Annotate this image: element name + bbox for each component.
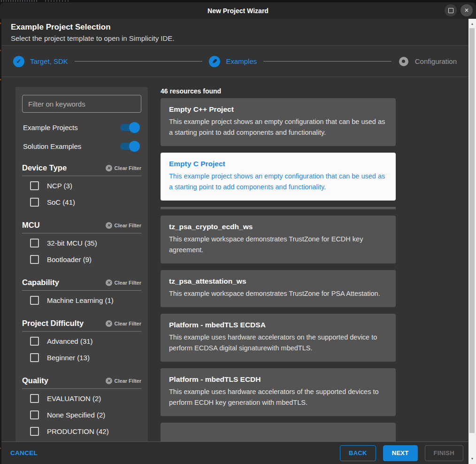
checkbox[interactable]: [30, 255, 39, 264]
filter-option-soc[interactable]: SoC (41): [22, 194, 141, 210]
card-empty-c-project[interactable]: Empty C Project This example project sho…: [161, 153, 396, 201]
background-app-artifact: [45, 0, 69, 2]
background-app-artifact: [1, 0, 38, 2]
filter-section-title: Capability: [22, 278, 59, 287]
checkbox[interactable]: [30, 337, 39, 346]
filter-option-none-specified[interactable]: None Specified (2): [22, 407, 141, 423]
new-project-wizard-dialog: Example Project Selection Select the pro…: [1, 19, 468, 464]
filter-option-machine-learning[interactable]: Machine Learning (1): [22, 292, 141, 309]
step-configuration-label: Configuration: [415, 57, 457, 65]
checkbox[interactable]: [30, 427, 39, 436]
stepper-connector: [263, 61, 392, 62]
filter-option-advanced[interactable]: Advanced (31): [22, 333, 141, 349]
clear-filter-button[interactable]: ✕ Clear Filter: [106, 165, 141, 171]
card-title: tz_psa_crypto_ecdh_ws: [169, 223, 387, 231]
step-target-sdk-label: Target, SDK: [30, 57, 68, 65]
card-title: tz_psa_attestation_ws: [169, 277, 387, 286]
clear-filter-label: Clear Filter: [115, 280, 141, 286]
toggle-switch-on-icon[interactable]: [120, 124, 137, 131]
clear-filter-button[interactable]: ✕ Clear Filter: [106, 279, 141, 286]
titlebar: New Project Wizard ✕: [0, 2, 476, 19]
stepper-connector: [75, 61, 203, 62]
page-subtitle: Select the project template to open in S…: [11, 34, 468, 42]
step-examples-label: Examples: [226, 57, 257, 65]
filter-section-project-difficulty: Project Difficulty ✕ Clear Filter Advanc…: [22, 319, 141, 366]
card-title: Empty C++ Project: [169, 105, 387, 114]
dot-glyph: [402, 60, 405, 63]
cancel-button[interactable]: CANCEL: [10, 449, 38, 456]
card-description: This example project shows an empty conf…: [169, 116, 387, 138]
card-empty-cpp-project[interactable]: Empty C++ Project This example project s…: [161, 98, 396, 146]
clear-filter-button[interactable]: ✕ Clear Filter: [106, 222, 141, 229]
card-title: Platform - mbedTLS ECDH: [169, 375, 387, 384]
checkbox[interactable]: [30, 353, 39, 362]
filter-section-title: Project Difficulty: [22, 319, 84, 328]
card-title: Platform - mbedTLS ECDSA: [169, 321, 387, 329]
card-platform-mbedtls-ecdsa[interactable]: Platform - mbedTLS ECDSA This example us…: [161, 314, 396, 362]
pencil-glyph: ✎: [212, 58, 217, 65]
checkbox[interactable]: [30, 296, 39, 305]
card-platform-mbedtls-ecdh[interactable]: Platform - mbedTLS ECDH This example use…: [161, 368, 396, 416]
toggle-example-projects-label: Example Projects: [23, 124, 78, 131]
scrollbar[interactable]: ▲ ▼: [468, 19, 476, 464]
step-configuration[interactable]: Configuration: [398, 57, 457, 66]
clear-icon: ✕: [106, 320, 112, 327]
toggle-knob: [129, 141, 140, 152]
check-glyph: ✓: [16, 58, 22, 65]
checkbox[interactable]: [30, 394, 39, 403]
filter-option-production[interactable]: PRODUCTION (42): [22, 423, 141, 440]
scroll-up-icon[interactable]: ▲: [468, 22, 476, 26]
card-partially-visible[interactable]: [161, 423, 396, 441]
filter-section-quality: Quality ✕ Clear Filter EVALUATION (2) No…: [22, 376, 141, 440]
window-controls: ✕: [445, 4, 473, 16]
clear-filter-label: Clear Filter: [115, 223, 141, 228]
clear-filter-button[interactable]: ✕ Clear Filter: [106, 320, 141, 327]
filter-section-mcu: MCU ✕ Clear Filter 32-bit MCU (35) Bootl…: [22, 221, 141, 268]
toggle-solution-examples[interactable]: Solution Examples: [22, 139, 141, 153]
scrollbar-thumb[interactable]: [469, 28, 475, 433]
card-description: This example uses hardware accelerators …: [169, 332, 387, 354]
clear-filter-label: Clear Filter: [115, 165, 141, 171]
radio-dot-icon: [399, 57, 408, 66]
card-tz-psa-crypto-ecdh-ws[interactable]: tz_psa_crypto_ecdh_ws This example works…: [161, 216, 396, 263]
wizard-header: Example Project Selection Select the pro…: [1, 19, 468, 46]
wizard-content: Example Projects Solution Examples Devic…: [1, 77, 468, 441]
close-button[interactable]: ✕: [461, 4, 473, 16]
card-title: Empty C Project: [169, 160, 387, 168]
wizard-stepper: ✓ Target, SDK ✎ Examples Configuration: [1, 46, 468, 77]
maximize-button[interactable]: [445, 4, 457, 16]
maximize-icon: [448, 8, 453, 13]
scroll-down-icon[interactable]: ▼: [468, 457, 476, 461]
clear-icon: ✕: [106, 378, 112, 384]
checkbox[interactable]: [30, 198, 39, 207]
card-tz-psa-attestation-ws[interactable]: tz_psa_attestation_ws This example works…: [161, 270, 396, 307]
filter-sidebar: Example Projects Solution Examples Devic…: [15, 87, 148, 441]
toggle-solution-examples-label: Solution Examples: [23, 142, 81, 150]
step-target-sdk[interactable]: ✓ Target, SDK: [13, 56, 68, 67]
finish-button[interactable]: FINISH: [425, 445, 463, 461]
results-count: 46 resources found: [161, 87, 396, 95]
clear-filter-button[interactable]: ✕ Clear Filter: [106, 378, 141, 384]
filter-option-bootloader[interactable]: Bootloader (9): [22, 251, 141, 268]
step-examples[interactable]: ✎ Examples: [209, 56, 257, 67]
checkbox[interactable]: [30, 239, 39, 247]
filter-option-beginner[interactable]: Beginner (13): [22, 349, 141, 366]
card-description: This example workspace demonstrates Trus…: [169, 288, 387, 299]
checkbox[interactable]: [30, 410, 39, 419]
toggle-switch-on-icon[interactable]: [120, 143, 137, 150]
wizard-footer: CANCEL BACK NEXT FINISH: [1, 441, 468, 464]
filter-option-ncp[interactable]: NCP (3): [22, 178, 141, 194]
results-group-divider: [161, 207, 396, 209]
page-title: Example Project Selection: [11, 23, 468, 32]
close-icon: ✕: [464, 8, 469, 13]
back-button[interactable]: BACK: [340, 445, 376, 461]
next-button[interactable]: NEXT: [383, 445, 418, 461]
keyword-filter-input[interactable]: [22, 95, 141, 113]
toggle-knob: [129, 122, 140, 133]
checkbox[interactable]: [30, 181, 39, 190]
card-description: This example uses hardware accelerators …: [169, 387, 387, 408]
filter-section-device-type: Device Type ✕ Clear Filter NCP (3) SoC (…: [22, 163, 141, 210]
toggle-example-projects[interactable]: Example Projects: [22, 120, 141, 134]
filter-option-evaluation[interactable]: EVALUATION (2): [22, 390, 141, 407]
filter-option-32bit-mcu[interactable]: 32-bit MCU (35): [22, 235, 141, 251]
